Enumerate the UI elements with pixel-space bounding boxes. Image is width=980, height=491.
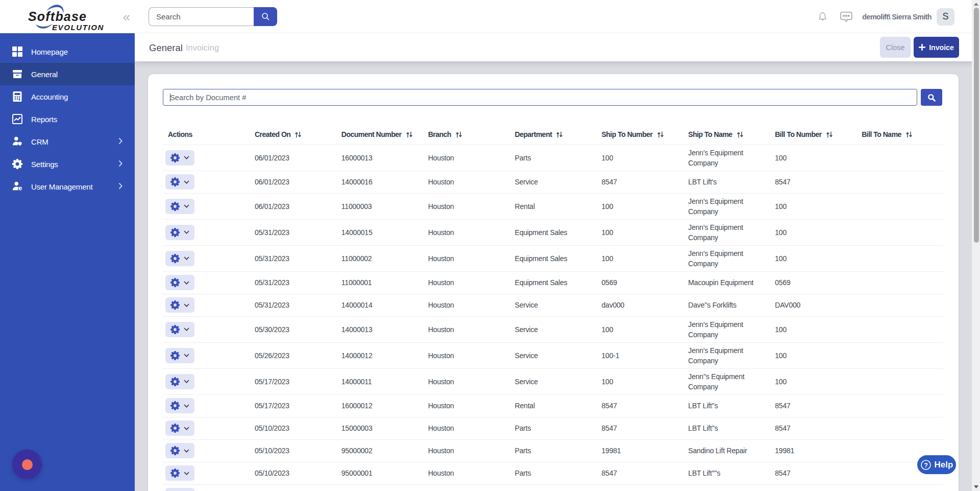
svg-text:EVOLUTION: EVOLUTION	[52, 23, 104, 32]
svg-text:Softbase: Softbase	[28, 9, 87, 24]
svg-text:?: ?	[924, 461, 928, 469]
